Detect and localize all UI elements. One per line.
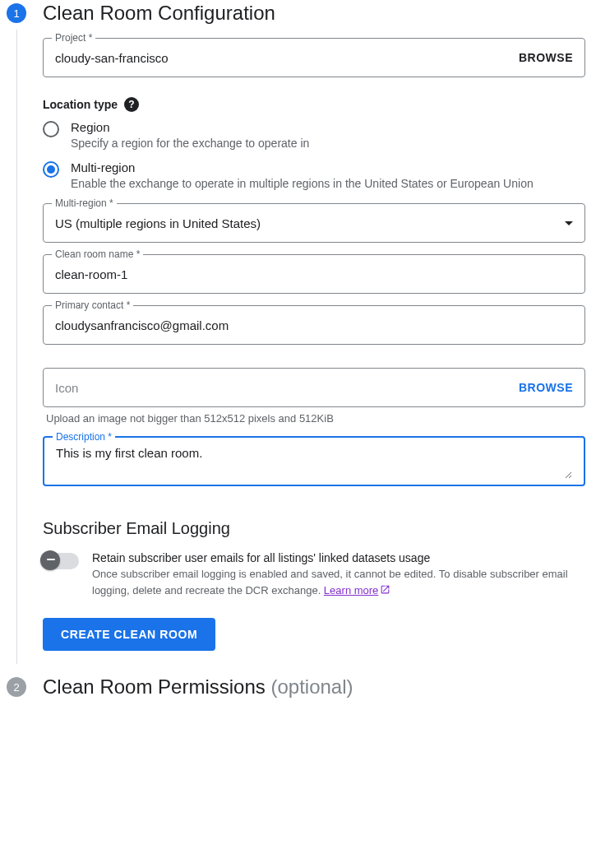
- project-browse-button[interactable]: Browse: [519, 51, 573, 64]
- icon-placeholder: Icon: [55, 381, 78, 395]
- multi-region-field[interactable]: Multi-region * US (multiple regions in U…: [43, 203, 585, 243]
- clean-room-name-label: Clean room name *: [52, 248, 143, 260]
- clean-room-name-field[interactable]: Clean room name *: [43, 254, 585, 294]
- learn-more-link[interactable]: Learn more: [324, 584, 378, 596]
- icon-browse-button[interactable]: Browse: [519, 381, 573, 394]
- step-1-badge: 1: [7, 3, 26, 23]
- project-input[interactable]: [55, 51, 519, 65]
- step-1-title: Clean Room Configuration: [43, 0, 275, 26]
- radio-multi-region-desc: Enable the exchange to operate in multip…: [71, 176, 534, 193]
- project-label: Project *: [52, 32, 95, 44]
- radio-multi-region-label: Multi-region: [71, 160, 534, 174]
- chevron-down-icon: [565, 221, 573, 225]
- multi-region-value: US (multiple regions in United States): [55, 216, 565, 230]
- icon-helper-text: Upload an image not bigger than 512x512 …: [46, 412, 582, 425]
- email-logging-label: Retain subscriber user emails for all li…: [92, 551, 585, 564]
- description-label: Description *: [53, 431, 115, 443]
- step-2-badge: 2: [7, 677, 26, 697]
- subscriber-email-heading: Subscriber Email Logging: [43, 519, 585, 538]
- step-rail: [16, 30, 17, 664]
- description-field[interactable]: Description *: [43, 436, 585, 486]
- radio-region[interactable]: [43, 121, 59, 137]
- step-2-title: Clean Room Permissions (optional): [43, 674, 353, 700]
- description-textarea[interactable]: [56, 446, 572, 479]
- clean-room-name-input[interactable]: [55, 267, 573, 281]
- multi-region-label: Multi-region *: [52, 197, 117, 209]
- external-link-icon: [380, 584, 390, 595]
- email-logging-desc: Once subscriber email logging is enabled…: [92, 566, 585, 598]
- radio-region-desc: Specify a region for the exchange to ope…: [71, 136, 309, 152]
- email-logging-toggle[interactable]: [43, 553, 79, 569]
- primary-contact-field[interactable]: Primary contact *: [43, 305, 585, 345]
- radio-multi-region[interactable]: [43, 161, 59, 178]
- primary-contact-label: Primary contact *: [52, 299, 133, 311]
- help-icon[interactable]: ?: [124, 97, 139, 112]
- create-clean-room-button[interactable]: Create Clean Room: [43, 618, 215, 651]
- location-type-label: Location type: [43, 98, 118, 111]
- project-field[interactable]: Project * Browse: [43, 38, 585, 77]
- icon-field[interactable]: Icon Browse: [43, 368, 585, 407]
- primary-contact-input[interactable]: [55, 318, 573, 332]
- radio-region-label: Region: [71, 120, 309, 134]
- location-type-radio-group: Region Specify a region for the exchange…: [43, 120, 585, 192]
